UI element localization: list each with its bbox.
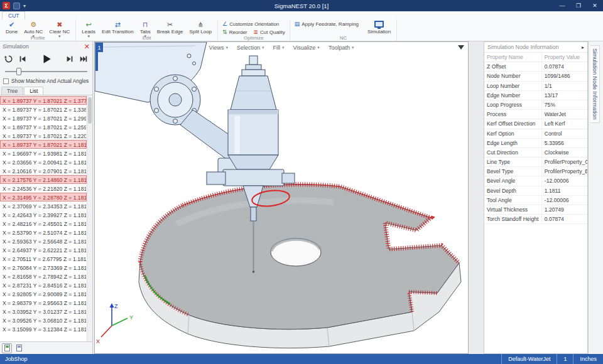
property-row[interactable]: Bevel Depth 1.1811 [484,186,587,196]
quick-access-caret-icon[interactable]: ▾ [23,3,26,9]
coordinate-row[interactable]: X = 2.98379 Y = 2.95663 Z = 1.18110 Ma [0,298,87,307]
coordinate-row[interactable]: X = 2.64937 Y = 2.62221 Z = 1.18110 Ma [0,245,87,254]
property-row[interactable]: Kerf Offset Direction Left Kerf [484,119,587,129]
coordinate-row[interactable]: X = 2.10616 Y = 2.07901 Z = 1.18110 Ma [0,166,87,175]
coordinate-row[interactable]: X = 1.89737 Y = 1.87021 Z = 1.25984 Ma [0,122,87,131]
viewport-menu-item[interactable]: Views▾ [209,45,228,51]
property-row[interactable]: Bevel Type ProfilerProperty_Bevel [484,167,587,176]
maximize-button[interactable]: ❐ [570,0,587,11]
ribbon-tab-cut[interactable]: CUT [2,11,25,19]
property-row[interactable]: Edge Number 13/17 [484,91,587,100]
minimize-button[interactable]: — [554,0,570,11]
edit-transition-button[interactable]: ⇄ Edit Transition [99,20,136,35]
coordinate-row[interactable]: X = 2.24536 Y = 2.21820 Z = 1.18110 Ma [0,184,87,193]
property-row[interactable]: Loop Number 1/1 [484,82,587,91]
property-row[interactable]: Line Type ProfilerProperty_Cut [484,158,587,167]
property-name: Kerf Offset Direction [484,119,542,128]
coordinate-row[interactable]: X = 2.53790 Y = 2.51074 Z = 1.18110 Ma [0,228,87,237]
coordinate-row[interactable]: X = 1.89737 Y = 1.87021 Z = 1.33858 Ma [0,105,87,114]
sheet-tab-1[interactable] [2,343,12,353]
property-row[interactable]: Edge Length 5.33956 [484,139,587,148]
skip-to-start-button[interactable] [18,54,28,64]
node-info-arrow-icon[interactable]: ▸ [582,45,584,50]
property-row[interactable]: Cut Direction Clockwise [484,148,587,158]
property-row[interactable]: Process WaterJet [484,110,587,119]
property-row[interactable]: Loop Progress 75% [484,100,587,110]
viewport-menu-item[interactable]: Toolpath▾ [329,45,354,51]
coordinate-row[interactable]: X = 1.96697 Y = 1.93981 Z = 1.18110 Ma [0,149,87,158]
workpiece-hole [271,238,321,266]
list-scrollbar[interactable] [87,96,92,341]
tabs-icon: ⊓ [143,21,148,29]
status-sheet-number[interactable]: 1 [557,354,573,364]
coordinate-row[interactable]: X = 2.03656 Y = 2.00941 Z = 1.18110 Ma [0,158,87,166]
simulation-button[interactable]: Simulation [365,20,393,35]
status-jobshop[interactable]: JobShop [0,356,33,362]
coordinate-row[interactable]: X = 2.87231 Y = 2.84516 Z = 1.18110 Ma [0,281,87,289]
coordinate-row[interactable]: X = 2.17576 Y = 2.14860 Z = 1.18110 Ma [0,175,87,184]
coordinate-row[interactable]: X = 2.48216 Y = 2.45501 Z = 1.18110 Ma [0,219,87,228]
viewport-menu-item[interactable]: Fill▾ [273,45,284,51]
break-edge-button[interactable]: ✂ Break Edge [155,20,186,35]
property-row[interactable]: Virtual Thickness 1.20749 [484,205,587,215]
tab-list[interactable]: List [24,87,43,95]
viewport-menu-item[interactable]: Visualize▾ [293,45,320,51]
property-row[interactable]: Z Offset 0.07874 [484,62,587,72]
play-button[interactable] [40,53,53,65]
done-button[interactable]: ✔ Done [3,20,20,35]
coordinate-row[interactable]: X = 2.76084 Y = 2.73369 Z = 1.18110 Ma [0,263,87,272]
coordinate-row[interactable]: X = 3.09526 Y = 3.06810 Z = 1.18110 Ma [0,316,87,324]
checkbox-icon[interactable] [3,78,9,84]
side-tab-simulation-node-information[interactable]: Simulation Node Information [590,45,600,123]
split-loop-button[interactable]: ⋔ Split Loop [187,20,214,35]
leads-icon: ↩ [86,21,92,29]
replay-loop-button[interactable] [4,54,14,64]
coordinate-row[interactable]: X = 1.89737 Y = 1.87021 Z = 1.22047 Ma [0,131,87,140]
property-row[interactable]: Tool Angle -12.00006 [484,196,587,205]
viewport-menu-item[interactable]: Selection▾ [237,45,264,51]
property-row[interactable]: Kerf Option Control [484,129,587,139]
coordinate-row[interactable]: X = 1.89737 Y = 1.87021 Z = 1.29921 Ma [0,114,87,122]
show-machine-angles-checkbox[interactable]: Show Machine And Actual Angles [0,77,92,85]
tab-tree[interactable]: Tree [1,87,23,95]
customize-orientation-button[interactable]: ∠ Customize Orientation [220,20,287,28]
coordinate-text: X = 1.89737 Y = 1.87021 Z = 1.37795 Ma [3,98,87,104]
coordinate-row[interactable]: X = 3.03952 Y = 3.01237 Z = 1.18110 Ma [0,307,87,316]
coordinate-row[interactable]: X = 3.15099 Y = 3.12384 Z = 1.18110 Ma [0,324,87,333]
property-value: ProfilerProperty_Cut [542,158,587,166]
coordinate-row[interactable]: X = 2.31495 Y = 2.28780 Z = 1.18110 Ma [0,193,87,201]
coordinate-row[interactable]: X = 1.89737 Y = 1.87021 Z = 1.37795 Ma [0,96,87,105]
viewport-3d[interactable]: 1 Views▾ Selection▾ Fill▾ Visualize▾ Too… [94,41,469,354]
coordinate-row[interactable]: X = 2.70511 Y = 2.67795 Z = 1.18110 Ma [0,254,87,263]
coordinate-row[interactable]: X = 2.42643 Y = 2.39927 Z = 1.18110 Ma [0,210,87,219]
quick-access-icon[interactable] [13,3,20,9]
property-value: Control [542,129,587,138]
app-icon[interactable]: Σ [3,2,10,9]
skip-to-end-button[interactable] [79,54,89,64]
list-scrollbar-thumb[interactable] [88,97,92,124]
menu-caret-icon: ▾ [225,45,228,50]
simulation-panel-close-icon[interactable]: ✕ [84,42,90,51]
close-button[interactable]: ✕ [587,0,603,11]
auto-nc-icon: ⚙ [30,21,36,29]
step-forward-button[interactable] [65,54,75,64]
panel-sheet-tabs [0,341,92,354]
coordinate-text: X = 1.89737 Y = 1.87021 Z = 1.25984 Ma [3,124,87,131]
property-row[interactable]: Node Number 1099/1486 [484,72,587,81]
property-value: Clockwise [542,148,587,157]
coordinate-row[interactable]: X = 1.89737 Y = 1.87021 Z = 1.18110 Ma [0,140,87,149]
coordinate-row[interactable]: X = 2.92805 Y = 2.90089 Z = 1.18110 Ma [0,289,87,298]
apply-feedrate-ramping-toggle[interactable]: ▤ Apply Feedrate, Ramping [293,20,361,28]
status-units[interactable]: Inches [573,354,603,364]
simulation-progress-slider[interactable] [5,67,87,77]
coordinate-text: X = 2.98379 Y = 2.95663 Z = 1.18110 Ma [3,300,87,306]
status-machine[interactable]: Default-WaterJet [501,354,557,364]
property-row[interactable]: Bevel Angle -12.00006 [484,176,587,186]
sheet-tab-2[interactable] [14,343,24,353]
coordinate-row[interactable]: X = 2.37069 Y = 2.34353 Z = 1.18110 Ma [0,201,87,210]
viewport-3d-canvas[interactable]: Z Y X [95,42,468,353]
coordinate-row[interactable]: X = 2.81658 Y = 2.78942 Z = 1.18110 Ma [0,272,87,281]
property-row[interactable]: Torch Standoff Height 0.07874 [484,215,587,224]
slider-thumb[interactable] [16,68,21,75]
coordinate-row[interactable]: X = 2.59363 Y = 2.56648 Z = 1.18110 Ma [0,237,87,245]
